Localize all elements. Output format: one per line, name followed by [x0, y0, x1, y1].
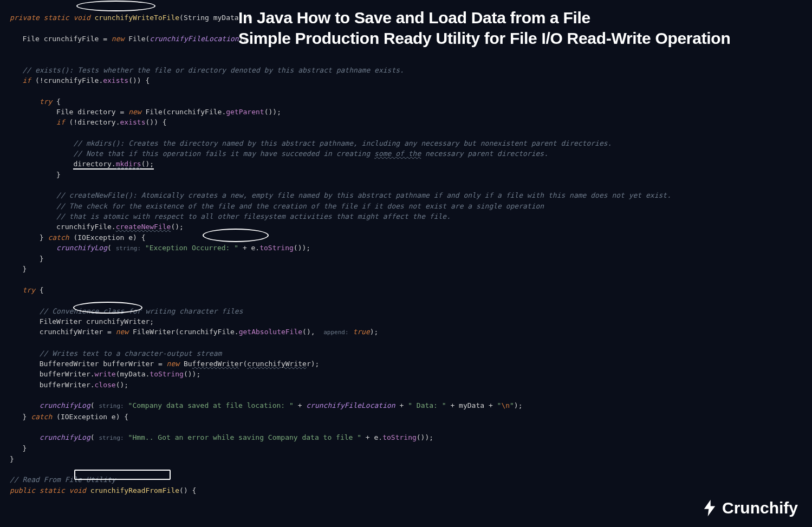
brand-logo-icon: [700, 499, 719, 517]
brand-logo: Crunchify: [700, 499, 798, 517]
code-block: private static void crunchifyWriteToFile…: [10, 2, 812, 496]
article-title: In Java How to Save and Load Data from a…: [238, 8, 730, 49]
brand-name: Crunchify: [722, 503, 798, 513]
title-line-2: Simple Production Ready Utility for File…: [238, 28, 730, 49]
title-line-1: In Java How to Save and Load Data from a…: [238, 8, 730, 28]
